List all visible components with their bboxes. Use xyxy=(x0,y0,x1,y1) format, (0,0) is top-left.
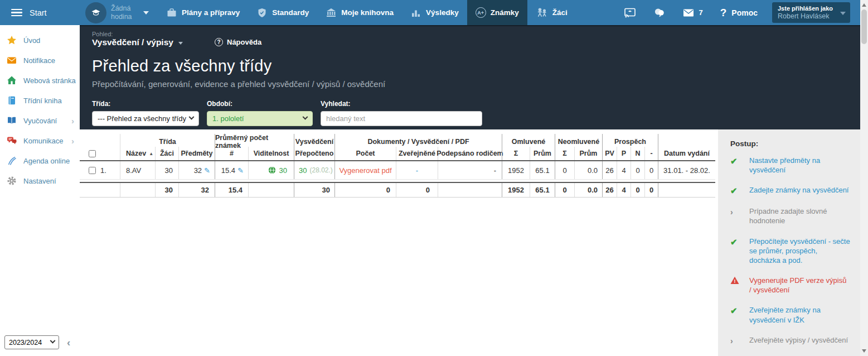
table-column-header-row: Název▲ Žáci Předměty # Viditelnost Přepo… xyxy=(80,147,715,161)
sidebar-item-nastaveni[interactable]: Nastavení xyxy=(0,171,80,191)
sidebar-item-tridni-kniha[interactable]: Třídní kniha xyxy=(0,90,80,110)
school-year-select[interactable]: 2023/2024 xyxy=(4,335,59,349)
column-header-pocet-znamek: # xyxy=(215,147,248,160)
prepocteno-date: (28.02.) xyxy=(309,166,332,174)
postup-step-1: ✔ Nastavte předměty na vysvědčení xyxy=(730,156,850,175)
bar-chart-icon xyxy=(410,7,421,18)
row-checkbox[interactable] xyxy=(89,167,96,174)
postup-step-link[interactable]: Nastavte předměty na vysvědčení xyxy=(749,156,850,175)
nav-item-zaci[interactable]: Žáci xyxy=(527,0,576,25)
row-index: 1. xyxy=(100,166,106,175)
edit-pencil-icon[interactable]: ✎ xyxy=(204,166,210,175)
chevron-right-icon: › xyxy=(730,208,733,217)
graduation-cap-icon xyxy=(85,2,106,23)
shield-icon xyxy=(256,7,268,18)
sidebar-item-label: Vyučování xyxy=(23,117,57,125)
nav-label: Výsledky xyxy=(426,8,459,17)
nav-item-vysledky[interactable]: Výsledky xyxy=(402,0,467,25)
cast-screen-button[interactable] xyxy=(623,7,637,19)
pv-value: 26 xyxy=(602,161,617,179)
help-link-label: Nápověda xyxy=(227,38,261,46)
sidebar-item-webova-stranka[interactable]: Webová stránka xyxy=(0,70,80,90)
check-icon: ✔ xyxy=(730,156,738,166)
envelope-icon xyxy=(7,55,17,65)
postup-step-7: › Zveřejněte výpisy / vysvědčení xyxy=(730,335,850,346)
chat-button[interactable] xyxy=(653,7,666,19)
page-subtitle: Přepočítávání, generování, evidence a př… xyxy=(92,79,385,89)
messages-button[interactable]: 7 xyxy=(682,8,702,18)
zverejnene-link[interactable]: - xyxy=(396,161,438,179)
column-header-datum-vydani: Datum vydání xyxy=(658,147,715,160)
scroll-down-arrow-icon[interactable] xyxy=(862,349,866,353)
view-selector[interactable]: Pohled: Vysvědčení / výpisy xyxy=(92,31,183,47)
postup-step-text: Prípadne zadajte slovné hodnotenie xyxy=(749,206,850,225)
help-link[interactable]: ? Nápověda xyxy=(215,38,261,46)
chat-bubbles-icon xyxy=(653,7,666,19)
sidebar-item-agenda-online[interactable]: Agenda online xyxy=(0,151,80,171)
sidebar-item-label: Agenda online xyxy=(23,157,70,165)
check-icon: ✔ xyxy=(730,237,738,247)
page-scrollbar[interactable] xyxy=(860,0,868,356)
postup-step-link[interactable]: Zveřejněte známky na vysvědčení v IŽK xyxy=(749,305,850,324)
logged-in-user-menu[interactable]: Jste přihlášen jako Robert Havlásek xyxy=(772,2,850,23)
nav-item-znamky-active[interactable]: A+ Známky xyxy=(467,0,527,25)
total-n: 0 xyxy=(631,183,644,197)
total-pocet: 0 xyxy=(334,183,396,197)
home-icon xyxy=(7,75,17,85)
nav-item-knihovna[interactable]: Moje knihovna xyxy=(317,0,402,25)
chevron-down-icon xyxy=(50,338,56,344)
select-all-checkbox[interactable] xyxy=(89,150,96,157)
postup-step-link[interactable]: Přepočítejte vysvědčení - sečte se průmě… xyxy=(749,237,850,265)
n-value: 0 xyxy=(631,161,644,179)
total-predmety: 32 xyxy=(178,183,215,197)
viditelnost-cell: 30 xyxy=(248,161,294,179)
chevron-right-icon: › xyxy=(71,136,74,146)
collapse-sidebar-button[interactable]: ‹ xyxy=(67,336,70,349)
column-header-neomluvene-sum: Σ xyxy=(555,147,574,160)
class-name-link[interactable]: 8.AV xyxy=(120,161,155,179)
filter-trida: Třída: --- Přehled za všechny třídy xyxy=(92,100,199,126)
column-header-nazev[interactable]: Název▲ xyxy=(120,147,155,160)
sidebar-item-uvod[interactable]: Úvod xyxy=(0,30,80,50)
help-label: Pomoc xyxy=(731,8,758,17)
datum-vydani-value: 31.01. - 28.02. xyxy=(658,161,715,179)
total-prepocteno: 30 xyxy=(294,183,334,197)
current-lesson-selector[interactable]: Žádná hodina xyxy=(85,0,149,25)
total-dash: 0 xyxy=(644,183,658,197)
term-filter-select[interactable]: 1. pololetí xyxy=(207,111,313,126)
dash-value: 0 xyxy=(644,161,658,179)
postup-step-link[interactable]: Zadejte známky na vysvědčení xyxy=(749,185,850,196)
vyhledat-label: Vyhledat: xyxy=(321,100,482,108)
school-year-value: 2023/2024 xyxy=(9,339,42,347)
help-button[interactable]: ? Pomoc xyxy=(720,7,758,19)
column-header-pv: PV xyxy=(602,147,617,160)
start-menu-button[interactable]: Start xyxy=(11,0,47,25)
question-circle-icon: ? xyxy=(215,38,223,46)
sidebar-item-vyucovani[interactable]: Vyučování › xyxy=(0,110,80,131)
public-globe-icon xyxy=(268,166,276,174)
class-filter-select[interactable]: --- Přehled za všechny třídy xyxy=(92,111,199,126)
nav-item-standardy[interactable]: Standardy xyxy=(248,0,317,25)
column-header-zverejnene: Zveřejněné xyxy=(396,147,438,160)
sidebar-item-komunikace[interactable]: Komunikace › xyxy=(0,131,80,151)
scrollbar-thumb[interactable] xyxy=(861,9,867,44)
postup-title: Postup: xyxy=(730,139,850,148)
chevron-right-icon: › xyxy=(71,116,74,126)
sidebar-item-notifikace[interactable]: Notifikace xyxy=(0,50,80,70)
edit-pencil-icon[interactable]: ✎ xyxy=(237,166,244,175)
total-omluvene-prum: 65.1 xyxy=(530,183,555,197)
nav-item-plany[interactable]: Plány a přípravy xyxy=(158,0,248,25)
zaci-value: 30 xyxy=(155,161,178,179)
total-prumer: 15.4 xyxy=(215,183,248,197)
search-input[interactable] xyxy=(321,111,482,126)
scroll-up-arrow-icon[interactable] xyxy=(862,3,866,7)
column-header-n: N xyxy=(631,147,644,160)
postup-step-link[interactable]: Vygenerujte PDF verze výpisů / vysvědčen… xyxy=(749,276,850,295)
unread-count-badge: 7 xyxy=(699,8,702,17)
generate-pdf-link[interactable]: Vygenerovat pdf xyxy=(334,161,396,179)
trida-label: Třída: xyxy=(92,100,199,108)
sidebar-item-label: Nastavení xyxy=(23,177,56,185)
briefcase-icon xyxy=(166,7,177,18)
column-header-viditelnost: Viditelnost xyxy=(248,147,294,160)
postup-step-5: ! Vygenerujte PDF verze výpisů / vysvědč… xyxy=(730,276,850,295)
